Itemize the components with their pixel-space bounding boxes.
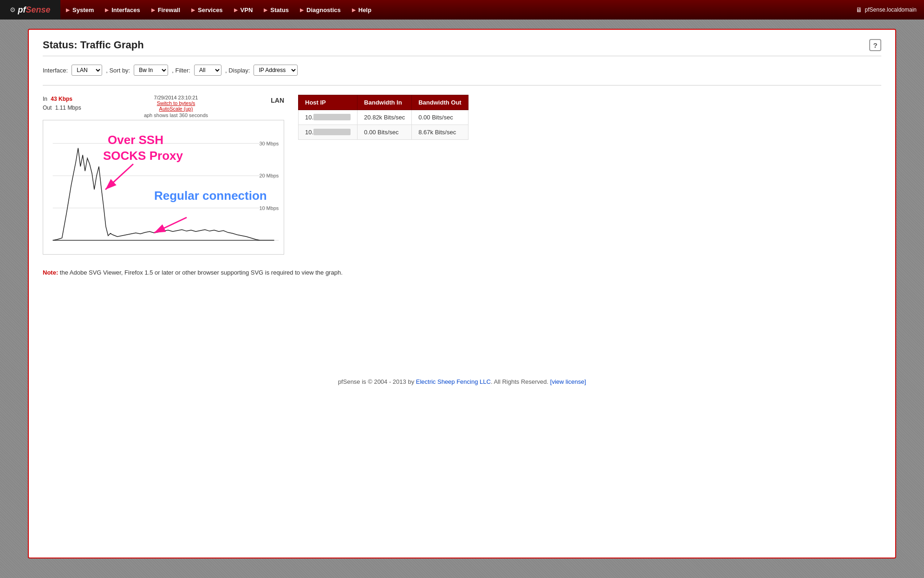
- in-label: In: [43, 96, 47, 102]
- graph-meta: 7/29/2014 23:10:21 Switch to bytes/s Aut…: [144, 95, 208, 118]
- bandwidth-table-wrapper: Host IP Bandwidth In Bandwidth Out 10. 2…: [298, 95, 881, 140]
- col-bw-out: Bandwidth Out: [412, 95, 468, 110]
- nav-item-firewall[interactable]: ▶ Firewall: [146, 0, 186, 20]
- hostname-text: pfSense.localdomain: [865, 7, 917, 13]
- col-bw-in: Bandwidth In: [358, 95, 412, 110]
- content-divider: [43, 85, 881, 85]
- logo-icon: ⚙: [10, 6, 16, 13]
- host-ip-2: 10.: [299, 125, 358, 140]
- nav-arrow-firewall: ▶: [151, 7, 155, 13]
- table-row: 10. 20.82k Bits/sec 0.00 Bits/sec: [299, 110, 469, 125]
- footer: pfSense is © 2004 - 2013 by Electric She…: [43, 369, 881, 385]
- filter-select[interactable]: All IPv4 IPv6: [194, 65, 221, 76]
- col-host-ip: Host IP: [299, 95, 358, 110]
- sortby-select[interactable]: Bw In Bw Out IP: [134, 65, 168, 76]
- graph-shows: aph shows last 360 seconds: [144, 112, 208, 118]
- graph-table-area: In 43 Kbps Out 1.11 Mbps 7/29/2014 23:10…: [43, 95, 881, 256]
- nav-label-vpn: VPN: [241, 7, 253, 13]
- host-ip-1: 10.: [299, 110, 358, 125]
- switch-bytes-link[interactable]: Switch to bytes/s: [144, 100, 208, 106]
- in-value: 43 Kbps: [51, 96, 72, 102]
- graph-stats: In 43 Kbps Out 1.11 Mbps: [43, 95, 81, 118]
- graph-interface-label: LAN: [271, 97, 284, 104]
- out-label: Out: [43, 105, 52, 111]
- hostname-area: 🖥 pfSense.localdomain: [848, 6, 924, 13]
- nav-arrow-interfaces: ▶: [105, 7, 109, 13]
- filter-label: , Filter:: [172, 67, 190, 74]
- graph-svg-wrapper: 30 Mbps 20 Mbps 10 Mbps Over SSH SOCKS P…: [43, 120, 284, 256]
- note-section: Note: the Adobe SVG Viewer, Firefox 1.5 …: [43, 269, 881, 276]
- bandwidth-table: Host IP Bandwidth In Bandwidth Out 10. 2…: [298, 95, 469, 140]
- table-row: 10. 0.00 Bits/sec 8.67k Bits/sec: [299, 125, 469, 140]
- footer-company-link[interactable]: Electric Sheep Fencing LLC: [416, 378, 491, 385]
- bw-out-1: 0.00 Bits/sec: [412, 110, 468, 125]
- display-select[interactable]: IP Address Hostname Description: [254, 65, 298, 76]
- note-bold: Note:: [43, 269, 58, 276]
- nav-item-services[interactable]: ▶ Services: [186, 0, 228, 20]
- top-navigation: ⚙ pfSense ▶ System ▶ Interfaces ▶ Firewa…: [0, 0, 924, 20]
- blurred-ip-1: [313, 114, 351, 120]
- autoscale-link[interactable]: AutoScale (up): [144, 106, 208, 112]
- graph-container: In 43 Kbps Out 1.11 Mbps 7/29/2014 23:10…: [43, 95, 284, 256]
- logo-area: ⚙ pfSense: [0, 0, 60, 20]
- note-text: the Adobe SVG Viewer, Firefox 1.5 or lat…: [60, 269, 343, 276]
- nav-label-status: Status: [270, 7, 289, 13]
- nav-arrow-system: ▶: [66, 7, 70, 13]
- page-title: Status: Traffic Graph: [43, 39, 881, 56]
- traffic-graph-svg: 30 Mbps 20 Mbps 10 Mbps: [43, 120, 284, 255]
- nav-label-services: Services: [198, 7, 223, 13]
- help-icon[interactable]: ?: [869, 39, 881, 51]
- out-value: 1.11 Mbps: [55, 105, 81, 111]
- blurred-ip-2: [313, 129, 351, 135]
- logo-text: pfSense: [18, 5, 50, 15]
- nav-arrow-diagnostics: ▶: [300, 7, 304, 13]
- graph-header: In 43 Kbps Out 1.11 Mbps 7/29/2014 23:10…: [43, 95, 284, 118]
- bw-in-1: 20.82k Bits/sec: [358, 110, 412, 125]
- svg-text:10 Mbps: 10 Mbps: [259, 205, 279, 211]
- svg-text:20 Mbps: 20 Mbps: [259, 173, 279, 178]
- nav-arrow-status: ▶: [264, 7, 267, 13]
- nav-item-status[interactable]: ▶ Status: [258, 0, 294, 20]
- sortby-label: , Sort by:: [106, 67, 130, 74]
- nav-item-vpn[interactable]: ▶ VPN: [228, 0, 259, 20]
- view-license-link[interactable]: [view license]: [550, 378, 586, 385]
- display-label: , Display:: [225, 67, 250, 74]
- interface-select[interactable]: LAN WAN OPT1: [72, 65, 102, 76]
- nav-label-help: Help: [358, 7, 371, 13]
- nav-item-system[interactable]: ▶ System: [60, 0, 99, 20]
- nav-item-interfaces[interactable]: ▶ Interfaces: [99, 0, 145, 20]
- bw-in-2: 0.00 Bits/sec: [358, 125, 412, 140]
- nav-label-system: System: [72, 7, 94, 13]
- controls-row: Interface: LAN WAN OPT1 , Sort by: Bw In…: [43, 65, 881, 76]
- interface-label: Interface:: [43, 67, 68, 74]
- nav-item-diagnostics[interactable]: ▶ Diagnostics: [294, 0, 346, 20]
- nav-items: ▶ System ▶ Interfaces ▶ Firewall ▶ Servi…: [60, 0, 848, 20]
- nav-label-interfaces: Interfaces: [111, 7, 140, 13]
- nav-label-diagnostics: Diagnostics: [306, 7, 341, 13]
- svg-text:30 Mbps: 30 Mbps: [259, 141, 279, 146]
- graph-timestamp: 7/29/2014 23:10:21: [144, 95, 208, 100]
- nav-arrow-help: ▶: [352, 7, 356, 13]
- footer-text: pfSense is © 2004 - 2013 by Electric She…: [338, 378, 586, 385]
- nav-label-firewall: Firewall: [158, 7, 180, 13]
- nav-arrow-vpn: ▶: [234, 7, 238, 13]
- hostname-icon: 🖥: [856, 6, 862, 13]
- nav-arrow-services: ▶: [191, 7, 195, 13]
- nav-item-help[interactable]: ▶ Help: [346, 0, 377, 20]
- bw-out-2: 8.67k Bits/sec: [412, 125, 468, 140]
